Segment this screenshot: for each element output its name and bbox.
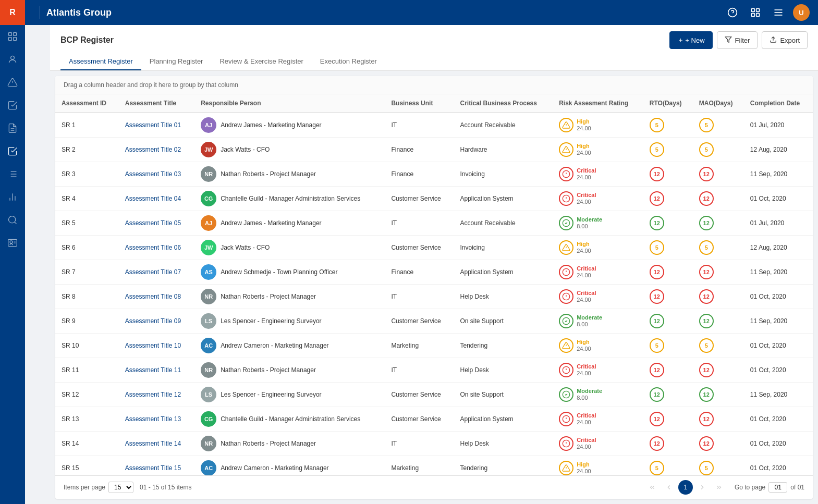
filter-button[interactable]: Filter xyxy=(717,31,758,49)
cell-title[interactable]: Assessment Title 08 xyxy=(119,285,194,309)
cell-title[interactable]: Assessment Title 06 xyxy=(119,236,194,260)
table-row: SR 8 Assessment Title 08 NR Nathan Rober… xyxy=(55,285,813,309)
cell-mao: 12 xyxy=(693,260,744,285)
apps-grid-icon[interactable] xyxy=(747,4,764,21)
sidebar-search-icon[interactable] xyxy=(0,208,25,231)
person-name: Andrew James - Marketing Manager xyxy=(221,121,321,129)
assessments-table: Assessment ID Assessment Title Responsib… xyxy=(55,94,813,475)
cell-critical-process: On site Support xyxy=(454,383,553,407)
rto-badge: 5 xyxy=(650,461,664,475)
table-row: SR 14 Assessment Title 14 NR Nathan Robe… xyxy=(55,432,813,456)
page-1-button[interactable]: 1 xyxy=(678,480,693,495)
risk-value: 24.00 xyxy=(577,174,596,181)
cell-title[interactable]: Assessment Title 09 xyxy=(119,309,194,334)
cell-business-unit: Customer Service xyxy=(385,407,454,432)
col-completion: Completion Date xyxy=(744,94,813,113)
first-page-button[interactable] xyxy=(645,480,660,495)
table-row: SR 11 Assessment Title 11 NR Nathan Robe… xyxy=(55,358,813,383)
sidebar-register-icon[interactable] xyxy=(0,140,25,163)
risk-value: 24.00 xyxy=(577,468,591,475)
risk-value: 8.00 xyxy=(577,321,602,328)
sidebar-home-icon[interactable] xyxy=(0,25,25,48)
sidebar-user-icon[interactable] xyxy=(0,48,25,71)
next-page-button[interactable] xyxy=(695,480,710,495)
new-button[interactable]: ＋ + New xyxy=(669,31,712,49)
cell-title[interactable]: Assessment Title 04 xyxy=(119,187,194,211)
cell-title[interactable]: Assessment Title 14 xyxy=(119,432,194,456)
person-avatar: AJ xyxy=(201,117,216,133)
help-icon[interactable] xyxy=(724,4,741,21)
new-label: + New xyxy=(685,36,704,44)
person-name: Andrew Schmedje - Town Planning Officer xyxy=(221,268,337,276)
cell-critical-process: Application System xyxy=(454,187,553,211)
cell-title[interactable]: Assessment Title 13 xyxy=(119,407,194,432)
cell-title[interactable]: Assessment Title 15 xyxy=(119,456,194,476)
rto-badge: 12 xyxy=(650,167,664,181)
export-button[interactable]: Export xyxy=(762,31,808,49)
table-row: SR 13 Assessment Title 13 CG Chantelle G… xyxy=(55,407,813,432)
risk-text: Critical 24.00 xyxy=(577,192,596,205)
sidebar-document-icon[interactable] xyxy=(0,117,25,140)
sidebar-id-icon[interactable] xyxy=(0,231,25,254)
table-row: SR 12 Assessment Title 12 LS Les Spencer… xyxy=(55,383,813,407)
goto-input[interactable] xyxy=(768,482,787,493)
cell-risk-rating: Critical 24.00 xyxy=(553,285,643,309)
page-title-row: BCP Register ＋ + New Filter Export xyxy=(60,31,808,49)
rto-badge: 12 xyxy=(650,412,664,426)
col-critical-process: Critical Business Process xyxy=(454,94,553,113)
tab-assessment-register[interactable]: Assessment Register xyxy=(60,53,141,70)
cell-title[interactable]: Assessment Title 11 xyxy=(119,358,194,383)
cell-risk-rating: High 24.00 xyxy=(553,456,643,476)
cell-title[interactable]: Assessment Title 03 xyxy=(119,162,194,187)
topbar: Atlantis Group U xyxy=(25,0,818,25)
sidebar-list-icon[interactable] xyxy=(0,163,25,186)
cell-title[interactable]: Assessment Title 01 xyxy=(119,113,194,138)
tab-review-exercise-register[interactable]: Review & Exercise Register xyxy=(211,53,311,70)
table-row: SR 3 Assessment Title 03 NR Nathan Rober… xyxy=(55,162,813,187)
sidebar-tasks-icon[interactable] xyxy=(0,94,25,117)
risk-icon xyxy=(559,118,573,132)
svg-rect-0 xyxy=(9,33,12,36)
col-responsible-person: Responsible Person xyxy=(194,94,385,113)
sidebar-chart-icon[interactable] xyxy=(0,186,25,208)
prev-page-button[interactable] xyxy=(662,480,676,495)
per-page-dropdown[interactable]: 15 25 50 xyxy=(108,482,133,493)
cell-title[interactable]: Assessment Title 05 xyxy=(119,211,194,236)
cell-completion-date: 01 Oct, 2020 xyxy=(744,407,813,432)
cell-mao: 12 xyxy=(693,432,744,456)
user-avatar[interactable]: U xyxy=(793,4,810,21)
cell-mao: 12 xyxy=(693,407,744,432)
new-icon: ＋ xyxy=(677,35,684,45)
sidebar-alert-icon[interactable] xyxy=(0,71,25,94)
rto-badge: 12 xyxy=(650,363,664,377)
risk-label: High xyxy=(577,143,591,150)
content-panel: Drag a column header and drop it here to… xyxy=(55,76,813,499)
cell-risk-rating: Moderate 8.00 xyxy=(553,383,643,407)
hamburger-menu-icon[interactable] xyxy=(770,4,787,21)
svg-rect-26 xyxy=(752,14,755,17)
cell-person: LS Les Spencer - Engineering Surveyor xyxy=(194,309,385,334)
last-page-button[interactable] xyxy=(712,480,726,495)
tab-execution-register[interactable]: Execution Register xyxy=(312,53,385,70)
cell-risk-rating: Critical 24.00 xyxy=(553,407,643,432)
person-name: Chantelle Guild - Manager Administration… xyxy=(221,415,360,423)
cell-risk-rating: High 24.00 xyxy=(553,113,643,138)
risk-text: Moderate 8.00 xyxy=(577,216,602,230)
cell-completion-date: 01 Jul, 2020 xyxy=(744,211,813,236)
cell-business-unit: IT xyxy=(385,285,454,309)
cell-mao: 12 xyxy=(693,162,744,187)
cell-title[interactable]: Assessment Title 02 xyxy=(119,138,194,162)
person-avatar: AJ xyxy=(201,215,216,231)
risk-icon xyxy=(559,191,573,206)
cell-business-unit: Finance xyxy=(385,162,454,187)
table-container[interactable]: Assessment ID Assessment Title Responsib… xyxy=(55,94,813,475)
cell-title[interactable]: Assessment Title 07 xyxy=(119,260,194,285)
tab-planning-register[interactable]: Planning Register xyxy=(141,53,212,70)
risk-icon xyxy=(559,412,573,426)
sidebar: R xyxy=(0,0,25,504)
cell-business-unit: IT xyxy=(385,113,454,138)
rto-badge: 5 xyxy=(650,118,664,132)
cell-title[interactable]: Assessment Title 10 xyxy=(119,334,194,358)
goto-page: Go to page of 01 xyxy=(735,482,804,493)
cell-title[interactable]: Assessment Title 12 xyxy=(119,383,194,407)
